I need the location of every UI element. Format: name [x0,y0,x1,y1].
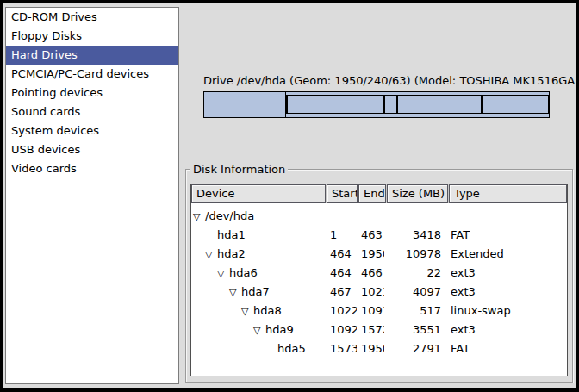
sidebar-item-pointing-devices[interactable]: Pointing devices [6,84,178,103]
disk-table-body: ▽/dev/hdahda114633418FAT▽hda246419501097… [191,203,567,358]
cell-device: ▽hda2 [191,245,326,264]
table-row-hda6[interactable]: ▽hda646446622ext3 [191,264,567,283]
partition-segment-hda7 [287,95,385,114]
partition-segment-hda8 [384,95,396,114]
device-label: hda7 [241,285,270,298]
cell-type: FAT [445,226,567,245]
cell-type: ext3 [445,264,567,283]
tree-indent [191,314,241,314]
device-list: CD-ROM DrivesFloppy DisksHard DrivesPCMC… [5,7,179,384]
tree-expander-icon[interactable]: ▽ [253,321,265,339]
disk-table: Device Start End Size (MB) Type ▽/dev/hd… [190,184,568,376]
tree-expander-icon[interactable]: ▽ [217,264,229,283]
tree-expander-icon[interactable]: ▽ [205,246,217,264]
sidebar-item-floppy-disks[interactable]: Floppy Disks [6,27,178,46]
cell-end: 1950 [357,245,384,264]
cell-type [445,207,567,226]
tree-indent [191,295,229,296]
cell-device: hda5 [191,339,326,358]
cell-size: 3551 [384,320,445,339]
tree-indent [191,238,205,239]
cell-start: 464 [326,245,357,264]
cell-start: 1573 [326,339,357,358]
cell-end: 1950 [357,339,384,358]
device-label: hda9 [265,323,294,336]
partition-bar [203,91,550,118]
cell-end: 1091 [357,302,384,320]
cell-size: 22 [384,264,445,283]
cell-end: 466 [357,264,384,283]
partition-segment-hda1 [204,92,286,117]
cell-size: 4097 [384,283,445,302]
sidebar-item-video-cards[interactable]: Video cards [6,159,178,178]
cell-end: 1021 [357,283,384,302]
cell-type: Extended [445,245,567,264]
cell-end [357,207,384,226]
table-row-dev-hda[interactable]: ▽/dev/hda [191,207,567,226]
tree-indent [191,333,253,333]
table-row-hda5[interactable]: hda5157319502791FAT [191,339,567,358]
device-label: hda6 [229,266,258,279]
device-label: hda8 [253,304,282,317]
cell-start: 464 [326,264,357,283]
column-header-end[interactable]: End [358,184,386,203]
disk-table-header: Device Start End Size (MB) Type [191,184,567,203]
tree-expander-icon[interactable]: ▽ [229,283,241,302]
table-row-hda7[interactable]: ▽hda746710214097ext3 [191,283,567,302]
sidebar-item-cd-rom-drives[interactable]: CD-ROM Drives [6,8,178,27]
cell-start [326,207,357,226]
cell-type: linux-swap [445,302,567,320]
partition-segment-hda9 [397,95,482,114]
disk-information-groupbox: Disk Information Device Start End Size (… [185,169,573,383]
cell-end: 463 [357,226,384,245]
cell-start: 1022 [326,302,357,320]
device-label: hda2 [217,247,246,260]
cell-end: 1572 [357,320,384,339]
cell-size: 2791 [384,339,445,358]
tree-expander-icon[interactable]: ▽ [193,208,205,226]
cell-device: ▽hda6 [191,264,326,283]
table-row-hda8[interactable]: ▽hda810221091517linux-swap [191,302,567,320]
cell-type: ext3 [445,283,567,302]
sidebar-item-sound-cards[interactable]: Sound cards [6,103,178,121]
disk-information-label: Disk Information [190,163,288,176]
partition-segment-hda5 [482,95,549,114]
drive-title: Drive /dev/hda (Geom: 1950/240/63) (Mode… [203,74,550,87]
device-label: /dev/hda [205,209,254,222]
hardware-browser-window: CD-ROM DrivesFloppy DisksHard DrivesPCMC… [0,0,579,392]
cell-size: 517 [384,302,445,320]
table-row-hda1[interactable]: hda114633418FAT [191,226,567,245]
sidebar-item-hard-drives[interactable]: Hard Drives [6,46,178,65]
cell-size [384,207,445,226]
tree-indent [191,352,265,352]
cell-device: ▽hda9 [191,320,326,339]
device-label: hda5 [277,342,306,355]
cell-size: 10978 [384,245,445,264]
sidebar-item-pcmcia-pc-card-devices[interactable]: PCMCIA/PC-Card devices [6,65,178,84]
cell-size: 3418 [384,226,445,245]
tree-indent [191,276,217,277]
column-header-device[interactable]: Device [191,184,326,203]
cell-device: ▽/dev/hda [191,207,326,226]
column-header-start[interactable]: Start [327,184,358,203]
column-header-type[interactable]: Type [449,184,567,203]
tree-indent [191,257,205,258]
table-row-hda9[interactable]: ▽hda9109215723551ext3 [191,320,567,339]
cell-start: 467 [326,283,357,302]
cell-device: hda1 [191,226,326,245]
column-header-size[interactable]: Size (MB) [387,184,448,203]
cell-device: ▽hda8 [191,302,326,320]
sidebar-item-system-devices[interactable]: System devices [6,121,178,140]
cell-start: 1092 [326,320,357,339]
table-row-hda2[interactable]: ▽hda2464195010978Extended [191,245,567,264]
cell-type: FAT [445,339,567,358]
cell-type: ext3 [445,320,567,339]
tree-expander-icon[interactable]: ▽ [241,302,253,320]
sidebar-item-usb-devices[interactable]: USB devices [6,140,178,159]
cell-start: 1 [326,226,357,245]
cell-device: ▽hda7 [191,283,326,302]
device-label: hda1 [217,228,246,241]
